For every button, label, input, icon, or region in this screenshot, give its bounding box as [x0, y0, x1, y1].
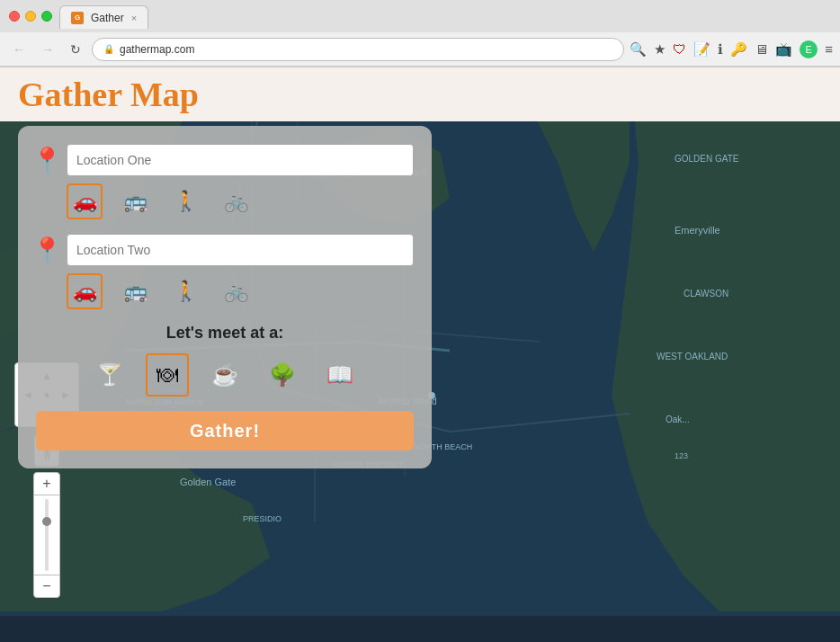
location-two-pin: 📍 [36, 236, 58, 264]
place-bar-btn[interactable]: 🍸 [88, 353, 131, 397]
svg-text:Golden Gate: Golden Gate [180, 477, 236, 487]
security-icon[interactable]: 🔑 [730, 41, 747, 58]
zoom-divider [34, 495, 59, 495]
tab-bar: G Gather × [59, 4, 831, 29]
transport-one-walk-btn[interactable]: 🚶 [167, 183, 203, 219]
svg-text:PRESIDIO: PRESIDIO [243, 514, 281, 523]
control-panel: 📍 🚗 🚌 🚶 🚲 📍 🚗 🚌 🚶 🚲 Let's meet at a: [18, 126, 432, 468]
nav-icons: 🔍 ★ 🛡 📝 ℹ 🔑 🖥 📺 E ≡ [630, 40, 833, 58]
place-restaurant-btn[interactable]: 🍽 [146, 353, 189, 397]
zoom-slider-track [45, 499, 49, 571]
blue-pin-icon: 📍 [31, 236, 63, 265]
tab-favicon: G [71, 12, 84, 24]
address-bar[interactable]: 🔒 gathermap.com [92, 38, 624, 61]
gather-button[interactable]: Gather! [36, 411, 414, 450]
screen-icon[interactable]: 🖥 [755, 41, 768, 57]
bookmark-icon[interactable]: ★ [654, 41, 666, 58]
meet-label: Let's meet at a: [36, 324, 414, 343]
back-btn[interactable]: ← [7, 40, 31, 58]
place-icons-row: 🍸 🍽 ☕ 🌳 📖 [36, 353, 414, 397]
svg-text:Oak...: Oak... [666, 415, 690, 424]
page-header: Gather Map [0, 67, 840, 121]
transport-one-row: 🚗 🚌 🚶 🚲 [67, 183, 414, 219]
transport-one-bus-btn[interactable]: 🚌 [117, 183, 153, 219]
location-one-input[interactable] [67, 144, 414, 176]
active-tab[interactable]: G Gather × [59, 5, 148, 29]
zoom-out-btn[interactable]: − [34, 575, 59, 597]
transport-two-walk-btn[interactable]: 🚶 [167, 273, 203, 309]
transport-two-bus-btn[interactable]: 🚌 [117, 273, 153, 309]
transport-two-bike-btn[interactable]: 🚲 [218, 273, 254, 309]
maximize-window-btn[interactable] [41, 11, 52, 22]
svg-text:GOLDEN GATE: GOLDEN GATE [675, 154, 739, 164]
search-icon[interactable]: 🔍 [630, 41, 647, 58]
svg-text:123: 123 [675, 451, 688, 460]
tab-title: Gather [91, 12, 124, 24]
zoom-in-btn[interactable]: + [34, 473, 59, 495]
location-two-row: 📍 [36, 234, 414, 266]
cast-icon[interactable]: 📺 [775, 41, 792, 58]
title-bar: G Gather × [0, 0, 840, 32]
window-controls [9, 11, 52, 22]
transport-one-car-btn[interactable]: 🚗 [67, 183, 103, 219]
transport-two-car-btn[interactable]: 🚗 [67, 273, 103, 309]
place-park-btn[interactable]: 🌳 [261, 353, 304, 397]
transport-two-row: 🚗 🚌 🚶 🚲 [67, 273, 414, 309]
notes-icon[interactable]: 📝 [693, 41, 710, 58]
extension-icon[interactable]: E [800, 40, 818, 58]
location-one-row: 📍 [36, 144, 414, 176]
lock-icon: 🔒 [103, 44, 114, 54]
nav-bar: ← → ↻ 🔒 gathermap.com 🔍 ★ 🛡 📝 ℹ 🔑 🖥 📺 E … [0, 32, 840, 67]
page-title: Gather Map [18, 75, 199, 114]
transport-one-bike-btn[interactable]: 🚲 [218, 183, 254, 219]
info-icon[interactable]: ℹ [718, 41, 723, 58]
place-library-btn[interactable]: 📖 [318, 353, 362, 397]
refresh-btn[interactable]: ↻ [65, 40, 86, 58]
location-one-pin: 📍 [36, 146, 58, 174]
browser-chrome: G Gather × ← → ↻ 🔒 gathermap.com 🔍 ★ 🛡 📝… [0, 0, 840, 67]
close-window-btn[interactable] [9, 11, 20, 22]
tab-close-btn[interactable]: × [131, 13, 137, 23]
svg-text:WEST OAKLAND: WEST OAKLAND [657, 352, 728, 361]
map-zoom-control: + − [33, 472, 60, 598]
svg-text:Emeryville: Emeryville [675, 225, 720, 236]
svg-text:CLAWSON: CLAWSON [684, 289, 728, 299]
forward-btn[interactable]: → [36, 40, 59, 58]
page-content: Sausalito Angel Island State Park Alcatr… [0, 67, 840, 616]
adblock-icon[interactable]: 🛡 [673, 41, 686, 57]
menu-icon[interactable]: ≡ [825, 41, 833, 57]
location-two-input[interactable] [67, 234, 414, 266]
url-text: gathermap.com [120, 43, 194, 56]
red-pin-icon: 📍 [31, 146, 63, 175]
minimize-window-btn[interactable] [25, 11, 36, 22]
zoom-slider-thumb[interactable] [42, 517, 51, 526]
place-cafe-btn[interactable]: ☕ [203, 353, 246, 397]
